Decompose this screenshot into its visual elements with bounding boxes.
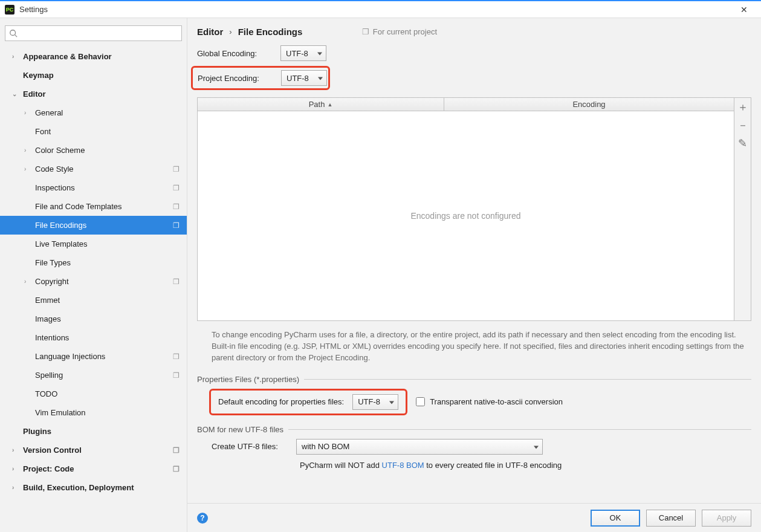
- chevron-icon: ›: [12, 465, 19, 472]
- edit-button[interactable]: ✎: [734, 134, 751, 152]
- tree-item-label: Version Control: [23, 446, 173, 455]
- add-button[interactable]: ＋: [734, 98, 751, 116]
- tree-item-label: TODO: [35, 389, 180, 398]
- transparent-ascii-label[interactable]: Transparent native-to-ascii conversion: [430, 397, 563, 406]
- chevron-icon: ⌄: [12, 91, 19, 97]
- tree-item-label: Build, Execution, Deployment: [23, 483, 180, 492]
- bom-section-label: BOM for new UTF-8 files: [197, 425, 283, 434]
- chevron-icon: ›: [12, 484, 19, 491]
- create-utf8-value: with NO BOM: [302, 442, 349, 451]
- cancel-button[interactable]: Cancel: [646, 510, 696, 527]
- tree-item-label: Font: [35, 127, 180, 136]
- tree-item-label: Language Injections: [35, 352, 173, 361]
- tree-item-label: File Encodings: [35, 221, 173, 230]
- project-scope-icon: ❐: [173, 371, 180, 380]
- project-scope-icon: ❐: [173, 221, 180, 230]
- project-scope-icon: ❐: [173, 184, 180, 192]
- tree-item-inspections[interactable]: Inspections❐: [0, 178, 187, 197]
- tree-item-label: Keymap: [23, 71, 180, 80]
- remove-button[interactable]: －: [734, 116, 751, 134]
- chevron-icon: ›: [24, 166, 31, 172]
- divider: [304, 379, 751, 380]
- project-scope-icon: ❐: [173, 446, 180, 455]
- tree-item-label: Vim Emulation: [35, 408, 180, 417]
- tree-item-emmet[interactable]: Emmet: [0, 291, 187, 310]
- chevron-icon: ›: [24, 278, 31, 285]
- project-encoding-dropdown[interactable]: UTF-8: [281, 70, 327, 86]
- apply-button[interactable]: Apply: [702, 510, 751, 527]
- transparent-ascii-checkbox[interactable]: [416, 397, 425, 406]
- breadcrumb-sep: ›: [229, 27, 232, 36]
- chevron-icon: ›: [12, 53, 19, 60]
- settings-tree: ›Appearance & BehaviorKeymap⌄Editor›Gene…: [0, 47, 187, 532]
- tree-item-version-control[interactable]: ›Version Control❐: [0, 441, 187, 459]
- tree-item-label: Intentions: [35, 333, 180, 342]
- tree-item-label: Images: [35, 314, 180, 323]
- tree-item-label: Appearance & Behavior: [23, 52, 180, 61]
- search-input[interactable]: [5, 25, 182, 41]
- tree-item-todo[interactable]: TODO: [0, 384, 187, 403]
- tree-item-file-encodings[interactable]: File Encodings❐: [0, 216, 187, 235]
- tree-item-copyright[interactable]: ›Copyright❐: [0, 272, 187, 291]
- global-encoding-dropdown[interactable]: UTF-8: [280, 45, 326, 61]
- for-current-project-label: ❐ For current project: [362, 27, 437, 36]
- help-text: To change encoding PyCharm uses for a fi…: [187, 321, 761, 370]
- tree-item-plugins[interactable]: Plugins: [0, 422, 187, 441]
- chevron-icon: ›: [12, 447, 19, 453]
- tree-item-label: Color Scheme: [35, 146, 180, 155]
- tree-item-label: Inspections: [35, 183, 173, 192]
- tree-item-color-scheme[interactable]: ›Color Scheme: [0, 141, 187, 160]
- content-pane: Editor › File Encodings ❐ For current pr…: [187, 18, 761, 532]
- project-encoding-label: Project Encoding:: [198, 74, 281, 83]
- encoding-table[interactable]: Path ▲ Encoding Encodings are not config…: [197, 97, 734, 321]
- breadcrumb-editor[interactable]: Editor: [197, 27, 223, 37]
- breadcrumb: Editor › File Encodings ❐ For current pr…: [187, 18, 761, 45]
- tree-item-font[interactable]: Font: [0, 122, 187, 141]
- project-icon: ❐: [362, 27, 369, 36]
- sort-asc-icon: ▲: [327, 102, 332, 108]
- tree-item-intentions[interactable]: Intentions: [0, 328, 187, 347]
- properties-section-label: Properties Files (*.properties): [197, 375, 299, 384]
- tree-item-live-templates[interactable]: Live Templates: [0, 235, 187, 253]
- tree-item-language-injections[interactable]: Language Injections❐: [0, 347, 187, 366]
- col-encoding[interactable]: Encoding: [444, 98, 734, 111]
- tree-item-label: Spelling: [35, 371, 173, 380]
- tree-item-label: Editor: [23, 89, 180, 99]
- tree-item-build-execution-deployment[interactable]: ›Build, Execution, Deployment: [0, 478, 187, 497]
- tree-item-spelling[interactable]: Spelling❐: [0, 366, 187, 384]
- col-path[interactable]: Path ▲: [198, 98, 444, 111]
- create-utf8-dropdown[interactable]: with NO BOM: [296, 439, 543, 455]
- close-button[interactable]: ✕: [732, 5, 756, 15]
- tree-item-editor[interactable]: ⌄Editor: [0, 85, 187, 103]
- help-icon[interactable]: ?: [197, 513, 208, 524]
- for-current-project-text: For current project: [373, 27, 437, 36]
- tree-item-label: Code Style: [35, 164, 173, 174]
- properties-encoding-dropdown[interactable]: UTF-8: [352, 394, 398, 410]
- utf8-bom-link[interactable]: UTF-8 BOM: [382, 461, 424, 470]
- properties-encoding-label: Default encoding for properties files:: [218, 397, 344, 406]
- tree-item-label: Plugins: [23, 427, 180, 436]
- tree-item-keymap[interactable]: Keymap: [0, 66, 187, 85]
- chevron-icon: ›: [24, 147, 31, 154]
- tree-item-label: File and Code Templates: [35, 202, 173, 211]
- tree-item-images[interactable]: Images: [0, 310, 187, 328]
- global-encoding-value: UTF-8: [286, 49, 308, 58]
- divider: [288, 429, 751, 430]
- tree-item-appearance-behavior[interactable]: ›Appearance & Behavior: [0, 47, 187, 66]
- project-encoding-value: UTF-8: [287, 74, 309, 83]
- tree-item-project-code[interactable]: ›Project: Code❐: [0, 459, 187, 478]
- tree-item-file-types[interactable]: File Types: [0, 253, 187, 272]
- project-scope-icon: ❐: [173, 277, 180, 286]
- tree-item-general[interactable]: ›General: [0, 103, 187, 122]
- tree-item-code-style[interactable]: ›Code Style❐: [0, 160, 187, 178]
- tree-item-label: Emmet: [35, 296, 180, 305]
- window-title: Settings: [19, 5, 48, 14]
- ok-button[interactable]: OK: [591, 510, 640, 527]
- properties-encoding-value: UTF-8: [358, 397, 380, 406]
- tree-item-label: File Types: [35, 258, 180, 267]
- table-empty-state: Encodings are not configured: [198, 111, 734, 320]
- tree-item-file-and-code-templates[interactable]: File and Code Templates❐: [0, 197, 187, 216]
- titlebar: PC Settings ✕: [0, 0, 761, 18]
- tree-item-vim-emulation[interactable]: Vim Emulation: [0, 403, 187, 422]
- tree-item-label: Live Templates: [35, 239, 180, 248]
